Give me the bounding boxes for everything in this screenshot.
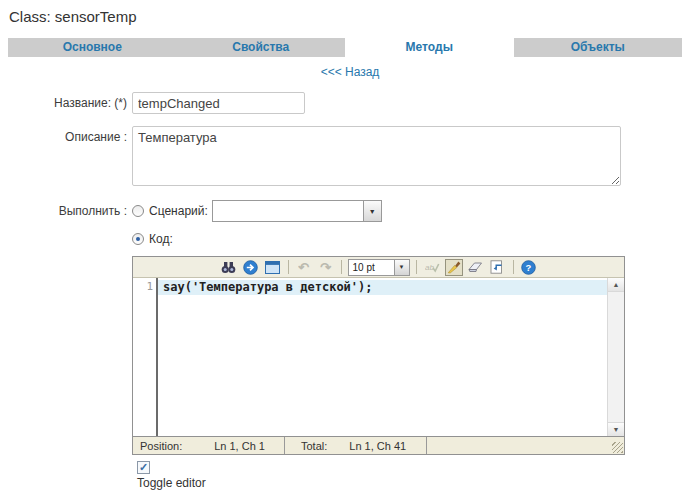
line-number-gutter: 1 (133, 278, 158, 436)
highlight-icon[interactable] (445, 259, 463, 276)
font-size-dropdown-icon[interactable]: ▼ (394, 260, 409, 275)
search-icon[interactable] (220, 259, 238, 276)
position-value: Ln 1, Ch 1 (214, 440, 265, 452)
toolbar-separator (416, 260, 417, 274)
spellcheck-icon: ab (423, 259, 441, 276)
scenario-select-value (213, 201, 363, 221)
font-size-value: 10 pt (349, 260, 394, 275)
code-editor: ↶ ↷ 10 pt ▼ ab (132, 256, 625, 455)
scenario-select-dropdown-icon[interactable]: ▼ (363, 201, 381, 221)
name-label: Название: (*) (8, 92, 127, 110)
redo-icon: ↷ (317, 259, 335, 276)
word-wrap-icon[interactable] (489, 259, 507, 276)
font-size-select[interactable]: 10 pt ▼ (348, 259, 410, 276)
code-line[interactable]: say('Температура в детской'); (158, 280, 607, 295)
help-icon[interactable]: ? (520, 259, 538, 276)
fullscreen-icon[interactable] (264, 259, 282, 276)
svg-text:ab: ab (425, 263, 434, 272)
toolbar-separator (513, 260, 514, 274)
name-input[interactable] (132, 92, 305, 114)
editor-code-area[interactable]: 1 say('Температура в детской'); ▲ ▼ (133, 278, 624, 436)
toolbar-separator (341, 260, 342, 274)
position-label: Position: (140, 440, 182, 452)
scenario-select[interactable]: ▼ (212, 200, 382, 222)
line-number: 1 (146, 280, 153, 293)
page-title: Class: sensorTemp (9, 8, 692, 25)
description-label: Описание : (8, 126, 127, 144)
toolbar-separator (288, 260, 289, 274)
go-to-line-icon[interactable] (242, 259, 260, 276)
tab-svoystva[interactable]: Свойства (177, 38, 346, 57)
scroll-down-icon[interactable]: ▼ (608, 422, 624, 436)
tab-obekty[interactable]: Объекты (514, 38, 683, 57)
execute-label: Выполнить : (8, 200, 127, 218)
vertical-scrollbar[interactable]: ▲ ▼ (607, 278, 624, 436)
tab-bar: Основное Свойства Методы Объекты (8, 38, 682, 57)
tab-osnovnoe[interactable]: Основное (8, 38, 177, 57)
back-link[interactable]: <<< Назад (321, 65, 380, 79)
reset-highlight-icon[interactable] (467, 259, 485, 276)
toggle-editor-checkbox[interactable]: ✓ (137, 461, 150, 474)
total-label: Total: (301, 440, 327, 452)
total-value: Ln 1, Ch 41 (349, 440, 406, 452)
editor-resize-handle[interactable] (612, 442, 623, 453)
tab-metody[interactable]: Методы (345, 38, 514, 57)
code-radio[interactable] (132, 233, 144, 245)
undo-icon: ↶ (295, 259, 313, 276)
editor-statusbar: Position: Ln 1, Ch 1 Total: Ln 1, Ch 41 (133, 436, 624, 454)
editor-toolbar: ↶ ↷ 10 pt ▼ ab (133, 257, 624, 278)
scenario-radio-label: Сценарий: (149, 204, 208, 218)
description-textarea[interactable]: Температура (132, 126, 621, 186)
scenario-radio[interactable] (132, 205, 144, 217)
code-radio-label: Код: (149, 232, 173, 246)
scroll-up-icon[interactable]: ▲ (608, 278, 624, 292)
svg-text:?: ? (526, 262, 532, 273)
toggle-editor-label: Toggle editor (137, 476, 692, 490)
